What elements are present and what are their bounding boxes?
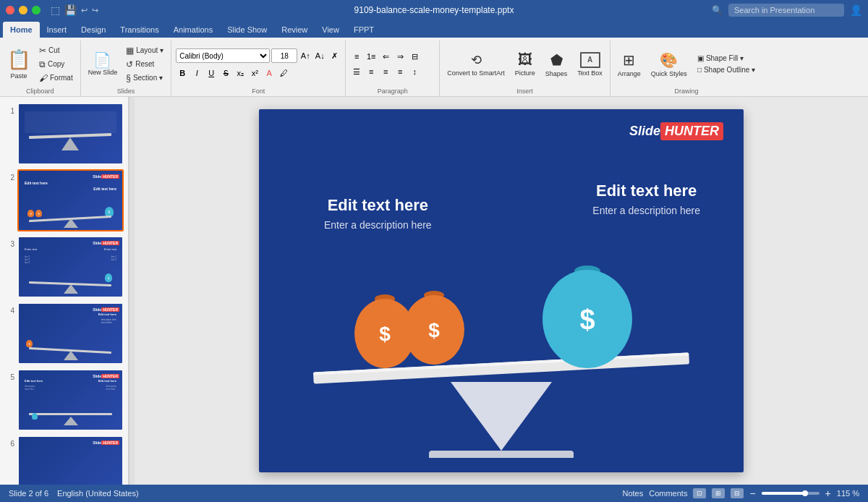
clipboard-small-group: ✂ Cut ⧉ Copy 🖌 Format — [36, 44, 76, 85]
shapes-button[interactable]: ⬟ Shapes — [542, 50, 571, 79]
paragraph-group: ≡ 1≡ ⇐ ⇒ ⊟ ☰ ≡ ≡ ≡ ↕ Paragraph — [346, 41, 440, 96]
columns-button[interactable]: ⊟ — [408, 50, 421, 63]
italic-button[interactable]: I — [190, 67, 203, 80]
underline-button[interactable]: U — [205, 67, 218, 80]
slide-thumb-2[interactable]: 2 SlideHUNTER Edit text here Edit text h… — [4, 169, 124, 231]
align-left-button[interactable]: ☰ — [350, 65, 363, 78]
new-slide-label: New Slide — [88, 69, 118, 76]
slide-inner-5: SlideHUNTER Edit text here descriptionmo… — [19, 370, 122, 430]
tab-design[interactable]: Design — [74, 22, 113, 38]
slide-thumb-6[interactable]: 6 SlideHUNTER — [4, 435, 124, 485]
tab-slideshow[interactable]: Slide Show — [220, 22, 274, 38]
new-slide-button[interactable]: 📄 New Slide — [85, 51, 121, 77]
slide-right-heading: Edit text here — [592, 182, 700, 200]
slide-preview-6[interactable]: SlideHUNTER — [17, 435, 124, 485]
format-button[interactable]: 🖌 Format — [36, 72, 76, 85]
reading-view-button[interactable]: ⊟ — [731, 488, 744, 498]
slide-text-right[interactable]: Edit text here Enter a description here — [592, 182, 700, 216]
format-icon: 🖌 — [39, 73, 48, 83]
shape-fill-button[interactable]: ▣ Shape Fill ▾ — [694, 53, 758, 64]
convert-smartart-button[interactable]: ⟲ Convert to SmartArt — [444, 51, 508, 78]
tab-animations[interactable]: Animations — [166, 22, 220, 38]
copy-button[interactable]: ⧉ Copy — [36, 58, 76, 71]
subscript-button[interactable]: x₂ — [234, 67, 247, 80]
font-size-input[interactable] — [271, 48, 297, 63]
font-color-button[interactable]: A — [263, 67, 276, 80]
cut-button[interactable]: ✂ Cut — [36, 44, 76, 57]
font-shrink-button[interactable]: A↓ — [313, 49, 326, 62]
increase-indent-button[interactable]: ⇒ — [393, 50, 407, 63]
bold-button[interactable]: B — [176, 67, 189, 80]
ribbon: 📋 Paste ✂ Cut ⧉ Copy 🖌 Format Clipboard — [0, 38, 868, 97]
search-input[interactable] — [728, 4, 844, 17]
reset-icon: ↺ — [126, 59, 133, 69]
tab-insert[interactable]: Insert — [40, 22, 75, 38]
font-grow-button[interactable]: A↑ — [299, 49, 312, 62]
slide-text-left[interactable]: Edit text here Enter a description here — [324, 196, 432, 231]
slides-scrollbar[interactable] — [129, 97, 135, 485]
quick-styles-button[interactable]: 🎨 Quick Styles — [648, 50, 690, 79]
comments-button[interactable]: Comments — [649, 489, 687, 498]
reset-button[interactable]: ↺ Reset — [123, 58, 166, 71]
arrange-group-label: Drawing — [615, 88, 758, 96]
zoom-slider[interactable] — [762, 492, 820, 495]
slide-preview-3[interactable]: SlideHUNTER Enter text line 1line 2line … — [17, 236, 124, 298]
slides-panel-wrap: 1 2 SlideHUNTER E — [0, 97, 135, 485]
slide-thumb-3[interactable]: 3 SlideHUNTER Enter text line 1line 2lin… — [4, 236, 124, 298]
slide-preview-4[interactable]: SlideHUNTER Edit text here description h… — [17, 302, 124, 365]
normal-view-button[interactable]: ⊡ — [693, 488, 706, 498]
align-center-button[interactable]: ≡ — [365, 65, 378, 78]
slide-preview-2[interactable]: SlideHUNTER Edit text here Edit text her… — [17, 169, 124, 231]
notes-button[interactable]: Notes — [622, 489, 643, 498]
bullet-list-button[interactable]: ≡ — [350, 50, 363, 63]
section-button[interactable]: § Section ▾ — [123, 72, 166, 85]
user-icon[interactable]: 👤 — [850, 4, 862, 16]
slide-num-3: 3 — [4, 240, 14, 248]
align-justify-button[interactable]: ≡ — [393, 65, 407, 78]
tab-fppt[interactable]: FPPT — [346, 22, 381, 38]
slide-thumb-1[interactable]: 1 — [4, 103, 124, 165]
zoom-minus[interactable]: − — [749, 488, 755, 499]
slide-canvas[interactable]: Slide HUNTER Edit text here Enter a desc… — [259, 109, 744, 472]
superscript-button[interactable]: x² — [248, 67, 261, 80]
tab-home[interactable]: Home — [3, 22, 40, 38]
window-title: 9109-balance-scale-money-template.pptx — [354, 5, 514, 15]
line-spacing-button[interactable]: ↕ — [408, 65, 421, 78]
minimize-button[interactable] — [19, 6, 27, 14]
status-bar-right: Notes Comments ⊡ ⊞ ⊟ − + 115 % — [622, 488, 859, 499]
zoom-plus[interactable]: + — [825, 488, 831, 499]
slide-num-2: 2 — [4, 174, 14, 182]
slide-thumb-4[interactable]: 4 SlideHUNTER Edit text here description… — [4, 302, 124, 365]
slides-content: 📄 New Slide ▦ Layout ▾ ↺ Reset § Section… — [85, 41, 167, 88]
clear-format-button[interactable]: ✗ — [328, 49, 341, 62]
highlight-button[interactable]: 🖊 — [277, 67, 290, 80]
status-bar: Slide 2 of 6 English (United States) Not… — [0, 485, 868, 502]
bag3-dollar: $ — [579, 305, 595, 335]
shape-fill-icon: ▣ — [697, 54, 704, 62]
textbox-button[interactable]: A Text Box — [574, 51, 605, 78]
align-right-button[interactable]: ≡ — [379, 65, 392, 78]
slide-preview-5[interactable]: SlideHUNTER Edit text here descriptionmo… — [17, 369, 124, 431]
slide-sorter-button[interactable]: ⊞ — [712, 488, 725, 498]
picture-icon: 🖼 — [518, 51, 532, 68]
decrease-indent-button[interactable]: ⇐ — [379, 50, 392, 63]
layout-button[interactable]: ▦ Layout ▾ — [123, 44, 166, 57]
picture-button[interactable]: 🖼 Picture — [512, 50, 538, 78]
copy-icon: ⧉ — [39, 59, 46, 69]
slide-thumb-5[interactable]: 5 SlideHUNTER Edit text here description… — [4, 369, 124, 431]
tab-transitions[interactable]: Transitions — [113, 22, 166, 38]
font-family-select[interactable]: Calibri (Body) — [176, 48, 270, 63]
paste-icon: 📋 — [7, 48, 30, 71]
slides-label: Slides — [85, 88, 167, 96]
maximize-button[interactable] — [32, 6, 41, 14]
paste-button[interactable]: 📋 Paste — [4, 47, 33, 81]
number-list-button[interactable]: 1≡ — [365, 50, 378, 63]
tab-review[interactable]: Review — [274, 22, 315, 38]
slide-preview-1[interactable] — [17, 103, 124, 165]
shape-outline-button[interactable]: □ Shape Outline ▾ — [694, 64, 758, 75]
arrange-button[interactable]: ⊞ Arrange — [615, 50, 644, 79]
close-button[interactable] — [6, 6, 14, 14]
bag1-dollar: $ — [379, 323, 391, 345]
strikethrough-button[interactable]: S̶ — [219, 67, 232, 80]
tab-view[interactable]: View — [315, 22, 346, 38]
